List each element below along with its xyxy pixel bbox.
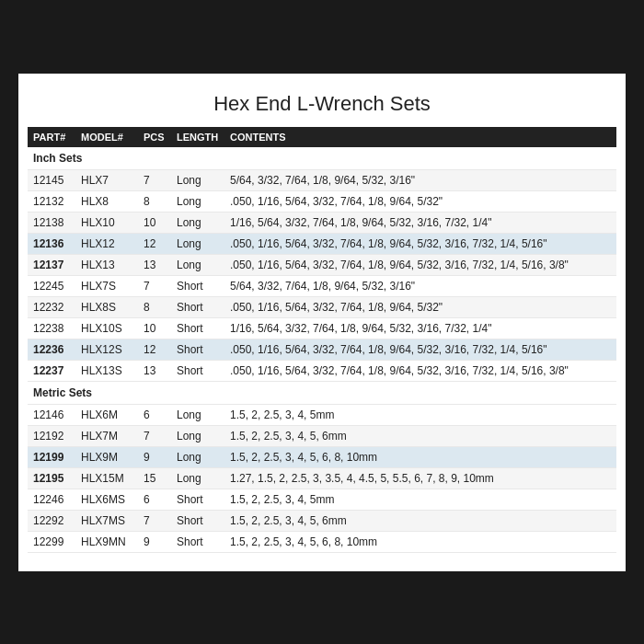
cell-pcs: 10: [138, 317, 171, 339]
cell-model: HLX8: [75, 190, 138, 212]
cell-pcs: 12: [138, 233, 171, 254]
cell-length: Long: [171, 169, 224, 190]
cell-pcs: 7: [138, 169, 171, 190]
cell-length: Short: [171, 275, 224, 296]
cell-model: HLX15M: [75, 467, 138, 489]
cell-part: 12238: [28, 317, 75, 339]
cell-length: Short: [171, 296, 224, 317]
section-header-row: Inch Sets: [28, 147, 616, 170]
cell-part: 12146: [28, 404, 75, 425]
cell-model: HLX12: [75, 233, 138, 254]
cell-pcs: 7: [138, 275, 171, 296]
cell-part: 12137: [28, 254, 75, 275]
cell-model: HLX7MS: [75, 510, 138, 531]
section-header-row: Metric Sets: [28, 381, 616, 404]
cell-length: Long: [171, 446, 224, 467]
cell-contents: .050, 1/16, 5/64, 3/32, 7/64, 1/8, 9/64,…: [224, 190, 616, 212]
cell-model: HLX10: [75, 212, 138, 233]
table-row: 12232HLX8S8Short.050, 1/16, 5/64, 3/32, …: [28, 296, 616, 317]
cell-contents: 1/16, 5/64, 3/32, 7/64, 1/8, 9/64, 5/32,…: [224, 212, 616, 233]
cell-model: HLX13S: [75, 360, 138, 381]
cell-length: Short: [171, 489, 224, 510]
cell-model: HLX6M: [75, 404, 138, 425]
cell-length: Long: [171, 467, 224, 489]
table-row: 12192HLX7M7Long1.5, 2, 2.5, 3, 4, 5, 6mm: [28, 425, 616, 446]
col-header-model: MODEL#: [75, 127, 138, 147]
cell-contents: 1.5, 2, 2.5, 3, 4, 5mm: [224, 404, 616, 425]
cell-contents: .050, 1/16, 5/64, 3/32, 7/64, 1/8, 9/64,…: [224, 296, 616, 317]
cell-contents: 1.5, 2, 2.5, 3, 4, 5, 6, 8, 10mm: [224, 531, 616, 552]
cell-pcs: 9: [138, 446, 171, 467]
cell-part: 12138: [28, 212, 75, 233]
cell-length: Long: [171, 425, 224, 446]
col-header-contents: CONTENTS: [224, 127, 616, 147]
product-table-card: Hex End L-Wrench Sets PART# MODEL# PCS L…: [18, 74, 626, 571]
cell-model: HLX7: [75, 169, 138, 190]
col-header-pcs: PCS: [138, 127, 171, 147]
cell-part: 12232: [28, 296, 75, 317]
table-row: 12132HLX88Long.050, 1/16, 5/64, 3/32, 7/…: [28, 190, 616, 212]
cell-part: 12236: [28, 339, 75, 360]
cell-pcs: 8: [138, 190, 171, 212]
cell-length: Short: [171, 339, 224, 360]
cell-contents: 5/64, 3/32, 7/64, 1/8, 9/64, 5/32, 3/16": [224, 169, 616, 190]
col-header-length: LENGTH: [171, 127, 224, 147]
cell-pcs: 12: [138, 339, 171, 360]
cell-pcs: 6: [138, 489, 171, 510]
cell-model: HLX6MS: [75, 489, 138, 510]
cell-pcs: 7: [138, 510, 171, 531]
cell-part: 12192: [28, 425, 75, 446]
cell-model: HLX10S: [75, 317, 138, 339]
cell-contents: 1.5, 2, 2.5, 3, 4, 5mm: [224, 489, 616, 510]
cell-contents: 1.27, 1.5, 2, 2.5, 3, 3.5, 4, 4.5, 5, 5.…: [224, 467, 616, 489]
cell-part: 12132: [28, 190, 75, 212]
cell-length: Long: [171, 404, 224, 425]
cell-part: 12199: [28, 446, 75, 467]
cell-part: 12299: [28, 531, 75, 552]
product-table: PART# MODEL# PCS LENGTH CONTENTS Inch Se…: [28, 127, 616, 553]
cell-part: 12292: [28, 510, 75, 531]
cell-part: 12246: [28, 489, 75, 510]
table-row: 12238HLX10S10Short1/16, 5/64, 3/32, 7/64…: [28, 317, 616, 339]
cell-model: HLX8S: [75, 296, 138, 317]
cell-length: Short: [171, 317, 224, 339]
cell-length: Long: [171, 254, 224, 275]
cell-model: HLX13: [75, 254, 138, 275]
cell-pcs: 9: [138, 531, 171, 552]
cell-model: HLX12S: [75, 339, 138, 360]
table-header-row: PART# MODEL# PCS LENGTH CONTENTS: [28, 127, 616, 147]
table-row: 12246HLX6MS6Short1.5, 2, 2.5, 3, 4, 5mm: [28, 489, 616, 510]
table-body: Inch Sets12145HLX77Long5/64, 3/32, 7/64,…: [28, 147, 616, 553]
cell-contents: 1.5, 2, 2.5, 3, 4, 5, 6mm: [224, 510, 616, 531]
cell-contents: 1.5, 2, 2.5, 3, 4, 5, 6mm: [224, 425, 616, 446]
cell-model: HLX7S: [75, 275, 138, 296]
cell-part: 12145: [28, 169, 75, 190]
cell-length: Long: [171, 190, 224, 212]
table-row: 12199HLX9M9Long1.5, 2, 2.5, 3, 4, 5, 6, …: [28, 446, 616, 467]
cell-part: 12237: [28, 360, 75, 381]
table-row: 12138HLX1010Long1/16, 5/64, 3/32, 7/64, …: [28, 212, 616, 233]
section-header-label: Metric Sets: [28, 381, 616, 404]
table-row: 12245HLX7S7Short5/64, 3/32, 7/64, 1/8, 9…: [28, 275, 616, 296]
cell-pcs: 6: [138, 404, 171, 425]
cell-contents: 5/64, 3/32, 7/64, 1/8, 9/64, 5/32, 3/16": [224, 275, 616, 296]
page-title: Hex End L-Wrench Sets: [28, 92, 616, 116]
cell-length: Long: [171, 233, 224, 254]
cell-pcs: 10: [138, 212, 171, 233]
cell-part: 12245: [28, 275, 75, 296]
table-row: 12299HLX9MN9Short1.5, 2, 2.5, 3, 4, 5, 6…: [28, 531, 616, 552]
cell-pcs: 13: [138, 254, 171, 275]
col-header-part: PART#: [28, 127, 75, 147]
cell-part: 12195: [28, 467, 75, 489]
cell-contents: .050, 1/16, 5/64, 3/32, 7/64, 1/8, 9/64,…: [224, 339, 616, 360]
table-row: 12292HLX7MS7Short1.5, 2, 2.5, 3, 4, 5, 6…: [28, 510, 616, 531]
table-row: 12195HLX15M15Long1.27, 1.5, 2, 2.5, 3, 3…: [28, 467, 616, 489]
table-row: 12145HLX77Long5/64, 3/32, 7/64, 1/8, 9/6…: [28, 169, 616, 190]
cell-model: HLX7M: [75, 425, 138, 446]
cell-length: Short: [171, 510, 224, 531]
cell-length: Short: [171, 531, 224, 552]
table-row: 12236HLX12S12Short.050, 1/16, 5/64, 3/32…: [28, 339, 616, 360]
table-row: 12136HLX1212Long.050, 1/16, 5/64, 3/32, …: [28, 233, 616, 254]
cell-part: 12136: [28, 233, 75, 254]
table-row: 12146HLX6M6Long1.5, 2, 2.5, 3, 4, 5mm: [28, 404, 616, 425]
